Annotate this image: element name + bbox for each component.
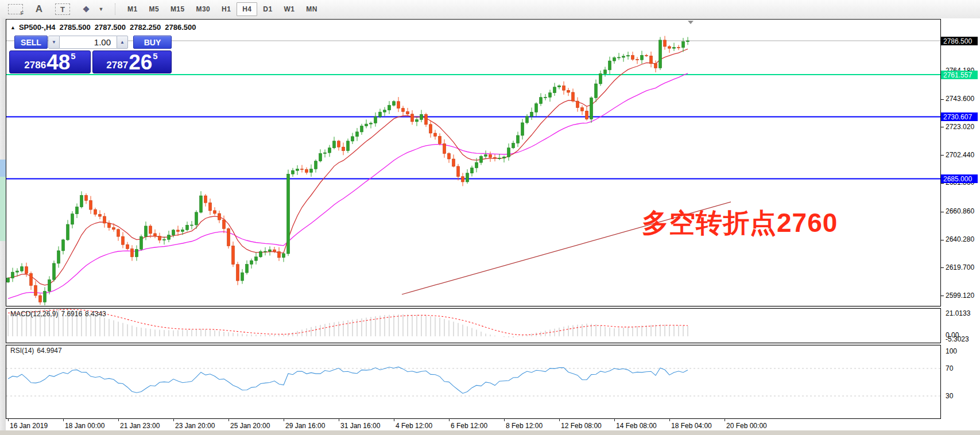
grid-f-icon[interactable]: F [8, 4, 23, 14]
buy-button[interactable]: BUY [133, 36, 172, 49]
timeframe-button-m5[interactable]: M5 [143, 2, 164, 16]
volume-decrease-button[interactable]: ▼ [48, 36, 60, 49]
time-axis-tickmark [559, 418, 560, 421]
time-axis-label: 8 Feb 12:00 [506, 422, 543, 430]
last-bar-marker-icon [688, 21, 694, 24]
time-axis-tickmark [504, 418, 505, 421]
symbol-period-label: SP500-,H4 [19, 23, 56, 32]
price-tick-label: 2640.280 [946, 235, 974, 243]
buy-price-big: 26 [129, 53, 152, 72]
time-axis-label: 6 Feb 12:00 [451, 422, 487, 430]
timeframe-button-w1[interactable]: W1 [278, 2, 300, 16]
timeframe-button-m15[interactable]: M15 [165, 2, 191, 16]
toolbar-separator [115, 3, 116, 15]
text-label-icon[interactable]: T [55, 3, 70, 15]
buy-price-sup: 5 [153, 52, 157, 60]
macd-axis-min: -5.3023 [946, 335, 969, 343]
macd-panel[interactable] [6, 308, 941, 343]
macd-label: MACD(12,26,9)7.69168.4343 [10, 310, 109, 318]
window-bottom-strip [0, 430, 980, 435]
price-tick-label: 2599.120 [946, 292, 974, 300]
volume-increase-button[interactable]: ▲ [117, 36, 128, 49]
time-axis-tickmark [669, 418, 670, 421]
trading-platform-window: F A T ❖ ▼ M1M5M15M30H1H4D1W1MN ▲SP500-,H… [0, 0, 980, 435]
time-axis-label: 18 Feb 04:00 [671, 422, 712, 430]
top-toolbar: F A T ❖ ▼ M1M5M15M30H1H4D1W1MN [0, 0, 980, 19]
time-axis-tickmark [725, 418, 725, 421]
price-tickmark [940, 212, 944, 212]
timeframe-button-m30[interactable]: M30 [191, 2, 216, 16]
objects-icon[interactable]: ❖ [79, 2, 93, 16]
font-a-icon[interactable]: A [32, 2, 46, 16]
price-tick-label: 2619.700 [946, 263, 974, 271]
rsi-axis-30: 30 [946, 392, 953, 400]
time-axis-tickmark [118, 418, 119, 421]
time-axis-label: 14 Feb 08:00 [616, 422, 657, 430]
time-axis-label: 18 Jan 00:00 [65, 422, 104, 430]
rsi-panel[interactable] [6, 345, 941, 419]
time-axis-label: 4 Feb 12:00 [396, 422, 432, 430]
current-price-badge: 2786.500 [941, 37, 978, 45]
buy-price-prefix: 2787 [106, 60, 128, 70]
level-price-badge: 2685.000 [941, 174, 978, 183]
macd-value: 7.6916 [61, 310, 82, 318]
sell-button[interactable]: SELL [14, 36, 48, 49]
time-axis-label: 29 Jan 16:00 [285, 422, 325, 430]
ohlc-open: 2785.500 [60, 23, 91, 32]
rsi-axis-70: 70 [946, 364, 953, 372]
time-axis-label: 21 Jan 23:00 [120, 422, 160, 430]
rsi-axis-100: 100 [946, 347, 957, 355]
sell-price-big: 48 [47, 53, 70, 72]
chevron-down-icon[interactable]: ▼ [94, 2, 108, 16]
sell-price-box[interactable]: 2786 48 5 [9, 51, 91, 73]
sell-price-prefix: 2786 [24, 60, 46, 70]
time-axis-label: 23 Jan 20:00 [175, 422, 215, 430]
price-tickmark [940, 183, 944, 184]
chart-title: ▲SP500-,H42785.5002787.5002782.2502786.5… [10, 23, 200, 32]
left-strip-blue-segment [0, 160, 6, 177]
price-tickmark [940, 267, 944, 268]
time-axis-tickmark [614, 418, 615, 421]
time-axis-tickmark [63, 418, 64, 421]
rsi-value: 64.9947 [37, 347, 61, 355]
sell-price-sup: 5 [71, 52, 75, 60]
timeframe-button-d1[interactable]: D1 [257, 2, 278, 16]
price-tickmark [940, 155, 944, 156]
rsi-label: RSI(14)64.9947 [10, 347, 65, 355]
timeframe-button-mn[interactable]: MN [300, 2, 323, 16]
price-tickmark [940, 127, 944, 127]
timeframe-group: M1M5M15M30H1H4D1W1MN [122, 2, 323, 16]
volume-input[interactable] [60, 36, 117, 49]
time-axis-tickmark [173, 418, 174, 421]
time-axis-tickmark [394, 418, 394, 421]
buy-price-box[interactable]: 2787 26 5 [92, 51, 172, 73]
price-tickmark [940, 240, 944, 240]
level-price-badge: 2730.607 [941, 112, 978, 121]
level-price-badge: 2761.557 [941, 71, 978, 79]
price-tickmark [940, 296, 944, 296]
time-axis-tickmark [228, 418, 229, 421]
ohlc-high: 2787.500 [95, 23, 126, 32]
time-axis-tickmark [339, 418, 339, 421]
time-axis-tickmark [8, 418, 9, 421]
timeframe-button-h1[interactable]: H1 [216, 2, 237, 16]
time-axis-label: 20 Feb 00:00 [726, 422, 767, 430]
one-click-trade-panel: SELL ▼ ▲ BUY 2786 48 5 2787 26 5 [9, 36, 172, 73]
price-tick-label: 2702.440 [946, 151, 974, 159]
macd-axis-max: 21.0133 [946, 309, 970, 317]
timeframe-button-h4[interactable]: H4 [237, 2, 257, 16]
ohlc-low: 2782.250 [130, 23, 161, 32]
rsi-name: RSI(14) [10, 347, 34, 355]
time-axis-label: 31 Jan 16:00 [340, 422, 380, 430]
time-axis-label: 25 Jan 20:00 [230, 422, 270, 430]
chart-text-annotation: 多空转折点2760 [642, 205, 838, 241]
macd-signal-value: 8.4343 [85, 310, 106, 318]
collapse-arrow-icon[interactable]: ▲ [10, 25, 16, 30]
price-tick-label: 2743.600 [946, 95, 974, 103]
timeframe-button-m1[interactable]: M1 [122, 2, 143, 16]
time-axis-tickmark [449, 418, 450, 421]
price-tick-label: 2660.860 [946, 207, 974, 215]
time-axis-tickmark [284, 418, 284, 421]
time-axis-label: 16 Jan 2019 [10, 422, 48, 430]
macd-name: MACD(12,26,9) [10, 310, 58, 318]
